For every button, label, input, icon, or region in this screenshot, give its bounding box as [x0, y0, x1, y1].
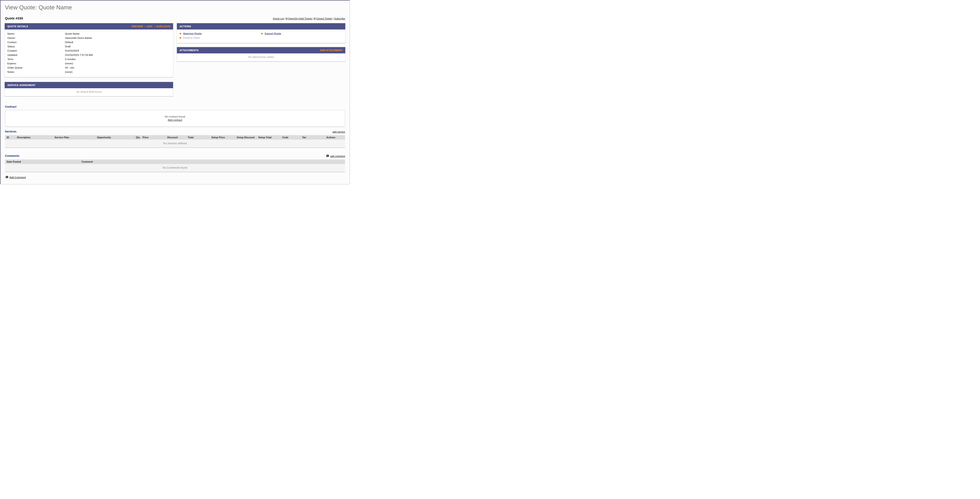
detail-row: Term: 0 months — [7, 57, 170, 61]
quote-details-header-actions: PREVIEW EDIT DUPLICATE — [132, 25, 170, 28]
detail-row: Notes: (none) — [7, 70, 170, 74]
comments-column-header: Date Posted — [5, 159, 80, 164]
detail-value: Quote Name — [65, 32, 80, 36]
detail-row: Updated: Oct/16/2024 7:57:03 AM — [7, 53, 170, 57]
services-table: IDDescriptionService PlanOpportunityQtyP… — [5, 135, 345, 148]
service-agreement-empty-text: No default MSA found — [5, 88, 173, 96]
services-column-header: Description — [15, 135, 53, 140]
services-section: Services add service IDDescriptionServic… — [5, 130, 345, 148]
attachments-panel: ATTACHMENTS ADD ATTACHMENT No attachment… — [177, 47, 345, 62]
header-action-link[interactable]: EDIT — [147, 25, 153, 28]
page-title: View Quote: Quote Name — [5, 4, 345, 11]
detail-value: Draft — [65, 45, 71, 49]
left-column: QUOTE DETAILS PREVIEW EDIT DUPLICATE — [5, 23, 173, 97]
services-empty-row: No services defined — [5, 140, 345, 147]
comments-table-footer — [5, 172, 345, 172]
actions-header: ACTIONS — [177, 23, 345, 29]
top-link-item: Subscribe — [333, 17, 345, 20]
services-column-header: Qty — [134, 135, 142, 140]
services-empty-text: No services defined — [5, 140, 345, 147]
action-link[interactable]: Cancel Quote — [265, 32, 281, 36]
detail-label: Created: — [7, 49, 65, 53]
detail-row: Contact: Default — [7, 40, 170, 45]
attachments-header-actions: ADD ATTACHMENT — [320, 49, 343, 52]
services-column-header: Code — [280, 135, 301, 140]
detail-row: Status: Draft — [7, 45, 170, 49]
action-item: Cancel Quote — [261, 32, 343, 36]
top-link-item: 0Open/On Hold Tickets — [285, 17, 312, 20]
detail-row: Owner: Ubersmith Demo Admin — [7, 36, 170, 40]
comment-icon — [5, 176, 8, 179]
add-contract-link[interactable]: Add contract — [168, 119, 182, 121]
right-column: ACTIONS Approve Quote Cancel Quote — [177, 23, 345, 62]
comments-section: Comments add comment Date PostedComment — [5, 155, 345, 179]
services-column-header: Setup Total — [257, 135, 280, 140]
detail-value: 0 months — [65, 57, 75, 61]
detail-value: Oct/16/2024 7:57:03 AM — [65, 53, 93, 57]
two-column-layout: QUOTE DETAILS PREVIEW EDIT DUPLICATE — [5, 23, 345, 97]
service-agreement-title: SERVICE AGREEMENT — [7, 84, 35, 86]
bullet-icon — [261, 33, 262, 34]
attachments-title: ATTACHMENTS — [180, 49, 199, 52]
detail-value: Oct/16/2024 — [65, 49, 79, 53]
detail-row: Created: Oct/16/2024 — [7, 49, 170, 53]
header-action-link[interactable]: DUPLICATE — [157, 25, 170, 28]
quote-details-header: QUOTE DETAILS PREVIEW EDIT DUPLICATE — [5, 23, 173, 29]
top-links: Event Log 0Open/On Hold Tickets 0Closed … — [273, 17, 345, 20]
attachments-header: ATTACHMENTS ADD ATTACHMENT — [177, 47, 345, 53]
bullet-icon — [180, 33, 181, 34]
actions-body: Approve Quote Cancel Quote Email to Clie… — [177, 29, 345, 43]
contract-section: Contract No contract found Add contract — [5, 105, 345, 127]
add-attachment-link[interactable]: ADD ATTACHMENT — [320, 49, 343, 52]
add-comment-bottom-link[interactable]: Add Comment — [10, 176, 26, 179]
add-comment-top-link[interactable]: add comment — [330, 155, 345, 158]
services-table-header-row: IDDescriptionService PlanOpportunityQtyP… — [5, 135, 345, 140]
attachments-empty-text: No attachments added — [177, 53, 345, 61]
add-comment-bottom-wrap: Add Comment — [5, 176, 345, 179]
detail-value: (none) — [65, 70, 72, 74]
actions-title: ACTIONS — [180, 25, 191, 28]
services-heading: Services — [5, 130, 16, 133]
detail-value: #9 - clm — [65, 66, 74, 70]
top-link[interactable]: Subscribe — [334, 17, 345, 20]
contract-box: No contract found Add contract — [5, 110, 345, 127]
detail-row: Expires: (never) — [7, 61, 170, 66]
services-column-header: Price — [142, 135, 165, 140]
services-column-header: Actions — [325, 135, 345, 140]
services-column-header: Discount — [165, 135, 186, 140]
comments-table-header-row: Date PostedComment — [5, 159, 345, 164]
action-link[interactable]: Approve Quote — [183, 32, 202, 36]
comments-empty-row: No Comments found — [5, 164, 345, 172]
subheader: Quote #330 Event Log 0Open/On Hold Ticke… — [5, 16, 345, 20]
comments-heading: Comments — [5, 155, 19, 158]
services-section-header: Services add service — [5, 130, 345, 133]
detail-label: Term: — [7, 57, 65, 61]
quote-details-body: Name: Quote Name Owner: Ubersmith Demo A… — [5, 29, 173, 77]
add-service-link[interactable]: add service — [332, 131, 345, 133]
detail-row: Name: Quote Name — [7, 32, 170, 36]
bullet-icon — [180, 37, 181, 39]
header-action-item: DUPLICATE — [153, 25, 170, 28]
detail-label: Name: — [7, 32, 65, 36]
service-agreement-header: SERVICE AGREEMENT — [5, 82, 173, 88]
detail-label: Updated: — [7, 53, 65, 57]
comments-column-header: Comment — [80, 159, 345, 164]
detail-value: Default — [65, 40, 73, 45]
detail-label: Order Queue: — [7, 66, 65, 70]
services-column-header: Setup Discount — [235, 135, 257, 140]
services-column-header: Opportunity — [95, 135, 134, 140]
services-column-header: ID — [5, 135, 15, 140]
top-link[interactable]: 0Closed Tickets — [314, 17, 332, 20]
top-link[interactable]: Event Log — [273, 17, 284, 20]
add-comment-top-wrap: add comment — [326, 155, 345, 158]
header-action-item: EDIT — [143, 25, 153, 28]
action-link: Email to Client — [183, 36, 200, 40]
detail-value: Ubersmith Demo Admin — [65, 36, 92, 40]
comments-table: Date PostedComment No Comments found — [5, 159, 345, 172]
detail-label: Status: — [7, 45, 65, 49]
top-link[interactable]: 0Open/On Hold Tickets — [286, 17, 312, 20]
header-action-link[interactable]: PREVIEW — [132, 25, 143, 28]
comment-icon — [326, 155, 329, 158]
quote-number: Quote #330 — [5, 16, 23, 20]
actions-panel: ACTIONS Approve Quote Cancel Quote — [177, 23, 345, 43]
